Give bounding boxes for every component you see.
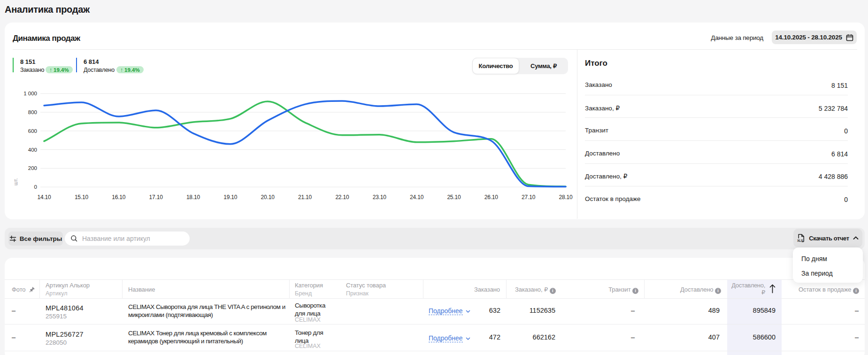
svg-text:шт.: шт. [13,178,18,185]
svg-text:15.10: 15.10 [75,194,89,201]
svg-text:600: 600 [28,128,37,134]
svg-text:16.10: 16.10 [112,194,126,201]
svg-text:200: 200 [28,165,37,171]
svg-text:25.10: 25.10 [447,194,461,201]
svg-text:20.10: 20.10 [261,194,275,201]
svg-text:21.10: 21.10 [298,194,312,201]
svg-text:26.10: 26.10 [484,194,499,201]
svg-text:1 000: 1 000 [23,91,37,96]
svg-text:23.10: 23.10 [373,194,387,201]
svg-text:24.10: 24.10 [410,194,424,201]
svg-text:800: 800 [28,109,37,115]
svg-text:14.10: 14.10 [37,194,51,201]
svg-text:17.10: 17.10 [149,194,163,201]
svg-text:27.10: 27.10 [522,194,536,201]
svg-text:22.10: 22.10 [335,194,349,201]
svg-text:18.10: 18.10 [186,194,200,201]
svg-text:0: 0 [34,184,37,190]
svg-text:400: 400 [28,147,37,153]
svg-text:XLS: XLS [798,239,804,242]
svg-text:28.10: 28.10 [559,194,573,201]
svg-text:19.10: 19.10 [223,194,238,201]
